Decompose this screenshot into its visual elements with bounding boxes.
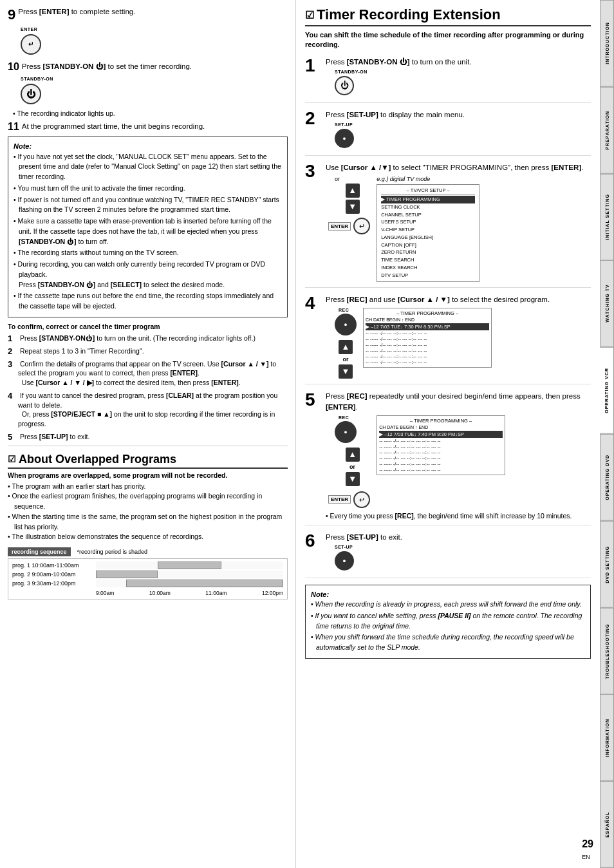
step-10-label: STANDBY-ON <box>21 77 288 81</box>
tab-information[interactable]: INFORMATION <box>600 694 614 781</box>
timer-table-5: – TIMER PROGRAMMING – CH DATE BEGIN ↑ EN… <box>377 415 505 475</box>
right-step-2-text: Press [SET-UP] to display the main menu. <box>326 109 591 120</box>
down-arrow-btn-3: ▼ <box>346 200 360 214</box>
page-num-value: 29 <box>582 838 593 849</box>
right-step-4: 4 Press [REC] and use [Cursor ▲ / ▼] to … <box>305 294 591 384</box>
note-box-right: Note: When the recording is already in p… <box>305 585 591 659</box>
confirm-step-2-num: 2 <box>8 346 18 356</box>
note-item-6: During recording, you can watch only cur… <box>14 259 282 290</box>
right-step-3-num: 3 <box>305 162 322 180</box>
note-item-5: The recording starts without turning on … <box>14 248 282 258</box>
x-label-3: 11:00am <box>205 590 227 596</box>
timer-row-4-2: -- ----- -/-- --- --:-- --- --:-- --- -- <box>366 330 489 336</box>
timer-row-4-1: ▶ –12 7/03 TUE↓ 7:30 PM 8:30 PM↓SP <box>366 323 489 330</box>
step3r-arrow-btns: ▲ ▼ <box>335 184 370 214</box>
step-9-number: 9 <box>8 6 15 23</box>
main-content: 9 Press [ENTER] to complete setting. ENT… <box>0 0 600 868</box>
rec-btn-4: ● <box>335 314 357 335</box>
tab-operating-vcr[interactable]: OPERATING VCR <box>600 347 614 434</box>
step3r-or: or <box>335 176 370 182</box>
step5r-buttons: REC ● ▲ or ▼ ENTER ↵ <box>326 415 370 508</box>
right-step-5-text: Press [REC] repeatedly until your desire… <box>326 391 591 411</box>
right-step-3-text: Use [Cursor ▲ /▼] to select "TIMER PROGR… <box>326 162 591 173</box>
step5r-enter-row: ENTER ↵ <box>328 491 370 508</box>
timer-row-4-7: -- ----- -/-- --- --:-- --- --:-- --- -- <box>366 359 489 365</box>
confirm-section: To confirm, correct or cancel the timer … <box>8 323 288 442</box>
right-step-5-num: 5 <box>305 391 322 409</box>
menu-item-lang: LANGUAGE [ENGLISH] <box>381 234 475 241</box>
chart-row-2: prog. 2 9:00am-10:00am <box>12 571 283 578</box>
timer-table-4: – TIMER PROGRAMMING – CH DATE BEGIN ↑ EN… <box>363 308 492 368</box>
tv-menu-screen: – TV/VCR SETUP – TIMER PROGRAMMING SETTI… <box>377 184 479 282</box>
step5r-timer-table: – TIMER PROGRAMMING – CH DATE BEGIN ↑ EN… <box>377 415 505 475</box>
note-box-left: Note: If you have not yet set the clock,… <box>8 137 288 317</box>
step-9-text: Press [ENTER] to complete setting. <box>18 8 135 15</box>
overlap-title-text: About Overlapped Programs <box>19 453 176 466</box>
side-tabs: INTRODUCTION PREPARATION INITIAL SETTING… <box>600 0 614 868</box>
timer-row-5-2: -- ----- -/-- --- --:-- --- --:-- --- -- <box>379 438 503 444</box>
tab-preparation[interactable]: PREPARATION <box>600 87 614 174</box>
right-step-6: 6 Press [SET-UP] to exit. SET-UP ● <box>305 532 591 578</box>
tab-initial-setting[interactable]: INITIAL SETTING <box>600 174 614 261</box>
eg-label: e.g.) digital TV mode <box>377 176 479 182</box>
menu-item-dtv: DTV SETUP <box>381 272 475 279</box>
timer-row-5-6: -- ----- -/-- --- --:-- --- --:-- --- -- <box>379 461 503 467</box>
confirm-step-2-text: Repeat steps 1 to 3 in "Timer Recording"… <box>18 346 288 356</box>
tab-dvd-setting[interactable]: DVD SETTING <box>600 521 614 608</box>
chart-row-1-bar <box>158 561 221 569</box>
step4r-controls: REC ● ▲ or ▼ – TIMER PROGRAMMING – CH DA… <box>326 308 591 379</box>
left-column: 9 Press [ENTER] to complete setting. ENT… <box>0 0 296 868</box>
x-label-2: 10:00am <box>149 590 171 596</box>
menu-item-clock: SETTING CLOCK <box>381 203 475 211</box>
note-item-1: If you have not yet set the clock, "MANU… <box>14 152 282 182</box>
step-11-text: At the programmed start time, the unit b… <box>22 122 205 130</box>
confirm-step-5: 5 Press [SET-UP] to exit. <box>8 432 288 442</box>
down-arrow-btn-4: ▼ <box>339 364 353 379</box>
tab-espanol[interactable]: ESPAÑOL <box>600 781 614 868</box>
standby-button-icon-10: ⏻ <box>21 84 41 104</box>
note-list-right: When the recording is already in progres… <box>311 599 585 653</box>
step-10-number: 10 <box>8 61 19 73</box>
chart-row-1-label: prog. 1 10:00am-11:00am <box>12 562 96 569</box>
tab-troubleshooting[interactable]: TROUBLESHOOTING <box>600 608 614 695</box>
chart-row-3-label: prog. 3 9:30am-12:00pm <box>12 580 96 587</box>
timer-row-4-5: -- ----- -/-- --- --:-- --- --:-- --- -- <box>366 348 489 354</box>
setup-btn-6r: ● <box>335 551 354 571</box>
timer-row-5-1: ▶ –12 7/03 TUE↓ 7:40 PM 9:30 PM↓SP <box>379 431 503 438</box>
check-mark-overlap: ☑ <box>8 454 16 464</box>
divider-overlap <box>8 446 288 446</box>
right-note-item-3: When you shift forward the time schedule… <box>311 632 585 653</box>
right-column: ☑ Timer Recording Extension You can shif… <box>296 0 600 868</box>
tab-introduction[interactable]: INTRODUCTION <box>600 0 614 87</box>
chart-legend: *recording period is shaded <box>77 549 148 555</box>
right-step-2-num: 2 <box>305 109 322 127</box>
chart-x-axis: 9:00am 10:00am 11:00am 12:00pm <box>12 590 283 596</box>
timer-row-5-3: -- ----- -/-- --- --:-- --- --:-- --- -- <box>379 444 503 449</box>
menu-item-channel: CHANNEL SETUP <box>381 211 475 219</box>
right-step-1-body: Press [STANDBY-ON ⏻] to turn on the unit… <box>326 57 591 97</box>
check-mark-timer: ☑ <box>305 9 314 21</box>
tab-operating-dvd[interactable]: OPERATING DVD <box>600 434 614 521</box>
right-step-6-num: 6 <box>305 532 322 550</box>
step-10: 10 Press [STANDBY-ON ⏻] to set the timer… <box>8 61 288 117</box>
timer-table-4-title: – TIMER PROGRAMMING – <box>366 310 489 316</box>
overlap-item-4: The illustration below demonstrates the … <box>8 532 288 542</box>
step3r-controls: or ▲ ▼ ENTER ↵ e.g.) digital TV mode <box>326 176 591 282</box>
up-arrow-btn-4: ▲ <box>339 340 353 354</box>
rec-btn-5: ● <box>335 421 357 443</box>
rec-label-4: REC <box>339 308 357 312</box>
right-step-4-text: Press [REC] and use [Cursor ▲ / ▼] to se… <box>326 294 591 305</box>
note-list-left: If you have not yet set the clock, "MANU… <box>14 152 282 312</box>
step6r-label: SET-UP <box>335 545 591 549</box>
menu-item-index: INDEX SEARCH <box>381 264 475 272</box>
chart-row-1: prog. 1 10:00am-11:00am <box>12 561 283 569</box>
confirm-step-3-text: Confirm the details of programs that app… <box>18 359 288 388</box>
tab-watching-tv[interactable]: WATCHING TV <box>600 260 614 347</box>
step-10-indicator: • The recording indicator lights up. <box>13 109 288 117</box>
step3r-buttons: or ▲ ▼ ENTER ↵ <box>326 176 370 234</box>
x-label-1: 9:00am <box>96 590 114 596</box>
confirm-step-3: 3 Confirm the details of programs that a… <box>8 359 288 388</box>
timer-extension-title: ☑ Timer Recording Extension <box>305 6 591 26</box>
rec-label-5: REC <box>339 415 370 420</box>
timer-row-5-4: -- ----- -/-- --- --:-- --- --:-- --- -- <box>379 449 503 455</box>
